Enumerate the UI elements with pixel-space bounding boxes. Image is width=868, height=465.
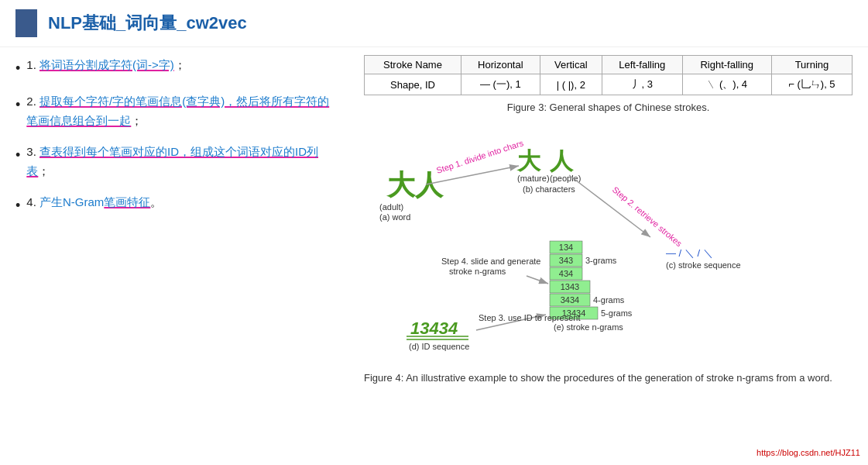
svg-text:(mature): (mature) bbox=[517, 174, 550, 183]
list-item: • 3. 查表得到每个笔画对应的ID，组成这个词语对应的ID列表； bbox=[15, 142, 341, 181]
bullet-dot: • bbox=[15, 194, 20, 218]
table-header-horizontal: Horizontal bbox=[461, 56, 540, 74]
list-item: • 2. 提取每个字符/字的笔画信息(查字典)，然后将所有字符的笔画信息组合到一… bbox=[15, 91, 341, 131]
bullet-number-3: 3. bbox=[26, 145, 39, 158]
table-header-strokename: Stroke Name bbox=[365, 56, 461, 74]
table-header-rightfalling: Right-falling bbox=[682, 56, 771, 74]
left-panel: • 1. 将词语分割成字符(词->字)； • 2. 提取每个字符/字的笔画信息(… bbox=[15, 55, 356, 457]
svg-text:(a) word: (a) word bbox=[379, 212, 410, 222]
header-accent-bar bbox=[15, 9, 37, 37]
figure4-caption: Figure 4: An illustrative example to sho… bbox=[364, 370, 853, 386]
svg-text:stroke n-grams: stroke n-grams bbox=[449, 267, 506, 276]
svg-line-32 bbox=[527, 276, 548, 284]
bullet-text-2: 2. 提取每个字符/字的笔画信息(查字典)，然后将所有字符的笔画信息组合到一起； bbox=[26, 91, 341, 131]
bullet-highlight-1: 将词语分割成字符(词->字) bbox=[39, 58, 174, 71]
svg-text:(people): (people) bbox=[550, 174, 581, 183]
bullet-number-2: 2. bbox=[26, 95, 39, 108]
bullet-text-4: 4. 产生N-Gram笔画特征。 bbox=[26, 192, 162, 212]
svg-text:4-grams: 4-grams bbox=[593, 295, 625, 305]
list-item: • 4. 产生N-Gram笔画特征。 bbox=[15, 192, 341, 218]
table-cell-turning: ⌐ (乚ㄣ), 5 bbox=[771, 74, 852, 95]
list-item: • 1. 将词语分割成字符(词->字)； bbox=[15, 55, 341, 81]
table-header-turning: Turning bbox=[771, 56, 852, 74]
main-container: NLP基础_词向量_cw2vec • 1. 将词语分割成字符(词->字)； • bbox=[0, 0, 868, 465]
header: NLP基础_词向量_cw2vec bbox=[0, 0, 868, 47]
svg-text:— / ＼ / ＼: — / ＼ / ＼ bbox=[666, 247, 713, 259]
content-area: • 1. 将词语分割成字符(词->字)； • 2. 提取每个字符/字的笔画信息(… bbox=[0, 47, 868, 465]
bullet-number-1: 1. bbox=[26, 58, 39, 71]
svg-text:343: 343 bbox=[559, 256, 573, 265]
svg-text:3-grams: 3-grams bbox=[585, 256, 617, 265]
stroke-table: Stroke Name Horizontal Vertical Left-fal… bbox=[364, 55, 853, 95]
bullet-dot: • bbox=[15, 93, 20, 117]
bullet-text-3: 3. 查表得到每个笔画对应的ID，组成这个词语对应的ID列表； bbox=[26, 142, 341, 181]
bullet-highlight-2: 提取每个字符/字的笔画信息(查字典)，然后将所有字符的笔画信息组合到一起 bbox=[26, 95, 329, 128]
svg-text:大人: 大人 bbox=[386, 169, 444, 201]
svg-text:434: 434 bbox=[559, 269, 573, 278]
svg-text:Step 2. retrieve strokes: Step 2. retrieve strokes bbox=[611, 184, 684, 248]
svg-text:(b) characters: (b) characters bbox=[523, 184, 575, 194]
table-cell-horiz: — (一), 1 bbox=[461, 74, 540, 95]
table-cell-vert: | ( |), 2 bbox=[540, 74, 602, 95]
diagram-container: 大人 (adult) (a) word Step 1. divide into … bbox=[364, 121, 853, 364]
svg-text:Step 3. use ID to represent: Step 3. use ID to represent bbox=[479, 313, 580, 322]
right-panel: Stroke Name Horizontal Vertical Left-fal… bbox=[356, 55, 853, 457]
bullet-dot: • bbox=[15, 143, 20, 167]
svg-text:(c) stroke sequence: (c) stroke sequence bbox=[666, 260, 741, 270]
bullet-highlight-3: 查表得到每个笔画对应的ID，组成这个词语对应的ID列表 bbox=[26, 145, 318, 178]
bullet-list: • 1. 将词语分割成字符(词->字)； • 2. 提取每个字符/字的笔画信息(… bbox=[15, 55, 341, 217]
svg-text:大: 大 bbox=[516, 148, 541, 174]
watermark-text: https://blog.csdn.net/HJZ11 bbox=[756, 448, 860, 457]
table-cell-shapeid: Shape, ID bbox=[365, 74, 461, 95]
svg-text:5-grams: 5-grams bbox=[601, 308, 633, 318]
bullet-text-4a: 产生N-Gram bbox=[39, 195, 104, 208]
table-row: Shape, ID — (一), 1 | ( |), 2 丿, 3 ﹨ (、),… bbox=[365, 74, 853, 95]
bullet-highlight-4: 笔画特征 bbox=[104, 195, 150, 208]
bullet-dot: • bbox=[15, 57, 20, 81]
bullet-text-1: 1. 将词语分割成字符(词->字)； bbox=[26, 55, 185, 75]
figure3-caption: Figure 3: General shapes of Chinese stro… bbox=[364, 102, 853, 113]
svg-text:1343: 1343 bbox=[561, 282, 579, 291]
table-cell-right: ﹨ (、), 4 bbox=[682, 74, 771, 95]
svg-text:人: 人 bbox=[549, 148, 574, 174]
svg-text:(adult): (adult) bbox=[379, 202, 403, 212]
svg-text:13434: 13434 bbox=[410, 319, 458, 338]
svg-text:3434: 3434 bbox=[561, 295, 579, 305]
table-cell-left: 丿, 3 bbox=[602, 74, 682, 95]
page-title: NLP基础_词向量_cw2vec bbox=[48, 12, 247, 35]
svg-text:Step 4. slide and generate: Step 4. slide and generate bbox=[441, 257, 540, 266]
diagram-svg: 大人 (adult) (a) word Step 1. divide into … bbox=[364, 121, 805, 361]
svg-text:(e) stroke n-grams: (e) stroke n-grams bbox=[554, 322, 623, 332]
bullet-number-4: 4. bbox=[26, 195, 39, 208]
svg-text:Step 1. divide into chars: Step 1. divide into chars bbox=[435, 138, 525, 175]
table-header-vertical: Vertical bbox=[540, 56, 602, 74]
svg-text:(d) ID sequence: (d) ID sequence bbox=[409, 342, 469, 351]
table-header-leftfalling: Left-falling bbox=[602, 56, 682, 74]
svg-text:134: 134 bbox=[559, 243, 573, 252]
